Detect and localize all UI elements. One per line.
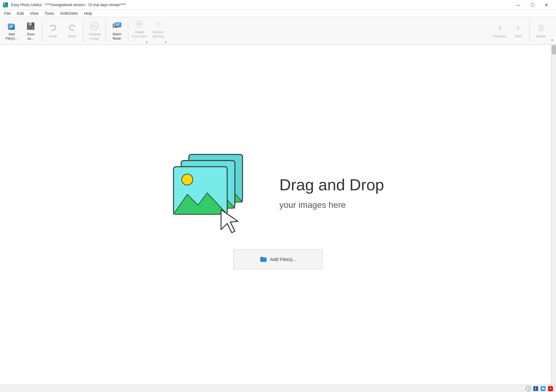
next-label: Next bbox=[515, 34, 522, 38]
toolbar-sep-2 bbox=[83, 20, 84, 42]
svg-point-30 bbox=[158, 23, 159, 25]
drop-zone-content: Drag and Drop your images here bbox=[172, 148, 384, 237]
svg-marker-48 bbox=[221, 210, 238, 233]
social-icons: f bbox=[525, 386, 554, 392]
reduce-blurring-label: Reduceblurring bbox=[153, 30, 164, 38]
menu-help[interactable]: Help bbox=[81, 10, 95, 16]
undo-toolbar-button[interactable]: Undo bbox=[44, 19, 62, 43]
reduce-blurring-dropdown-arrow: ▼ bbox=[164, 41, 168, 45]
svg-point-1 bbox=[4, 3, 6, 5]
svg-rect-8 bbox=[9, 27, 12, 28]
svg-rect-12 bbox=[29, 27, 32, 29]
previous-icon bbox=[495, 23, 504, 33]
next-toolbar-button[interactable]: Next bbox=[509, 19, 528, 43]
previous-label: Previous bbox=[493, 34, 506, 38]
menu-file[interactable]: File bbox=[1, 10, 14, 16]
drop-zone[interactable]: Drag and Drop your images here Add File(… bbox=[172, 148, 384, 269]
svg-rect-10 bbox=[28, 22, 32, 25]
svg-point-46 bbox=[182, 174, 193, 185]
reduce-blurring-icon bbox=[154, 19, 163, 29]
svg-marker-31 bbox=[498, 26, 501, 31]
next-icon bbox=[514, 23, 523, 33]
toolbar-sep-5 bbox=[530, 20, 530, 42]
previous-toolbar-button[interactable]: Previous bbox=[490, 19, 509, 43]
svg-marker-32 bbox=[517, 26, 520, 31]
original-image-icon bbox=[90, 21, 99, 31]
drag-text-area: Drag and Drop your images here bbox=[279, 176, 384, 210]
status-bar: f bbox=[0, 385, 556, 392]
undo-label: Undo bbox=[49, 34, 57, 38]
image-correction-label: ImageCorrection bbox=[132, 30, 147, 38]
toolbar-scroll-indicator: ▼ bbox=[551, 19, 554, 43]
app-icon bbox=[2, 2, 9, 8]
window-title: Easy Photo Unblur - ****Unregistered ver… bbox=[11, 3, 126, 7]
svg-point-52 bbox=[528, 387, 529, 388]
image-stack-svg bbox=[172, 148, 264, 240]
delete-label: Delete bbox=[536, 34, 546, 38]
menu-softorbits[interactable]: SoftOrbits bbox=[57, 10, 81, 16]
maximize-button[interactable]: ☐ bbox=[525, 0, 539, 10]
undo-icon bbox=[48, 23, 58, 33]
image-correction-dropdown-arrow: ▼ bbox=[145, 41, 149, 45]
svg-rect-21 bbox=[116, 25, 119, 25]
folder-icon bbox=[260, 256, 267, 263]
svg-rect-13 bbox=[32, 23, 33, 25]
original-image-toolbar-button[interactable]: OriginalImage bbox=[85, 19, 104, 43]
batch-mode-label: BatchMode bbox=[113, 32, 121, 40]
svg-rect-6 bbox=[9, 25, 14, 25]
add-files-toolbar-button[interactable]: AddFile(s)... bbox=[2, 19, 21, 43]
add-files-label: AddFile(s)... bbox=[6, 32, 18, 40]
redo-icon bbox=[67, 23, 77, 33]
facebook-icon[interactable]: f bbox=[533, 386, 539, 392]
toolbar-sep-4 bbox=[128, 20, 128, 42]
add-files-icon bbox=[7, 21, 17, 31]
batch-mode-toolbar-button[interactable]: BatchMode bbox=[108, 19, 126, 43]
toolbar-sep-3 bbox=[106, 20, 106, 42]
reduce-blurring-toolbar-button[interactable]: Reduceblurring bbox=[149, 17, 168, 41]
original-image-label: OriginalImage bbox=[89, 32, 100, 40]
menu-edit[interactable]: Edit bbox=[14, 10, 27, 16]
minimize-button[interactable]: — bbox=[511, 0, 525, 10]
toolbar-sep-1 bbox=[42, 20, 42, 42]
vertical-scrollbar[interactable] bbox=[551, 45, 556, 385]
toolbar: AddFile(s)... Saveas... Undo bbox=[0, 17, 556, 45]
add-files-button[interactable]: Add File(s)... bbox=[233, 250, 322, 269]
drag-and-drop-title: Drag and Drop bbox=[279, 176, 384, 194]
image-stack-illustration bbox=[172, 148, 261, 237]
batch-mode-icon bbox=[112, 21, 122, 31]
redo-toolbar-button[interactable]: Redo bbox=[63, 19, 81, 43]
save-as-icon bbox=[26, 21, 36, 31]
close-button[interactable]: ✕ bbox=[539, 0, 554, 10]
title-bar-controls: — ☐ ✕ bbox=[511, 0, 554, 10]
menu-view[interactable]: View bbox=[27, 10, 41, 16]
title-bar: Easy Photo Unblur - ****Unregistered ver… bbox=[0, 0, 556, 10]
menu-bar: File Edit View Tools SoftOrbits Help bbox=[0, 10, 556, 17]
twitter-icon[interactable] bbox=[540, 386, 546, 392]
main-content[interactable]: Drag and Drop your images here Add File(… bbox=[0, 45, 556, 385]
svg-text:f: f bbox=[535, 387, 536, 390]
svg-rect-7 bbox=[9, 26, 14, 27]
svg-rect-20 bbox=[116, 24, 120, 24]
title-bar-left: Easy Photo Unblur - ****Unregistered ver… bbox=[2, 2, 126, 8]
add-files-button-label: Add File(s)... bbox=[270, 257, 296, 262]
youtube-icon[interactable] bbox=[547, 386, 554, 392]
redo-label: Redo bbox=[68, 34, 76, 38]
delete-icon bbox=[536, 23, 546, 33]
delete-toolbar-button[interactable]: Delete bbox=[532, 19, 550, 43]
svg-rect-49 bbox=[261, 258, 266, 262]
image-correction-icon bbox=[134, 19, 144, 29]
save-as-label: Saveas... bbox=[27, 32, 34, 40]
info-icon[interactable] bbox=[525, 386, 531, 392]
save-as-toolbar-button[interactable]: Saveas... bbox=[21, 19, 40, 43]
image-correction-toolbar-button[interactable]: ImageCorrection bbox=[130, 17, 149, 41]
drag-and-drop-subtitle: your images here bbox=[279, 200, 384, 210]
svg-point-27 bbox=[138, 23, 141, 25]
menu-tools[interactable]: Tools bbox=[41, 10, 57, 16]
scrollbar-thumb[interactable] bbox=[552, 45, 556, 54]
